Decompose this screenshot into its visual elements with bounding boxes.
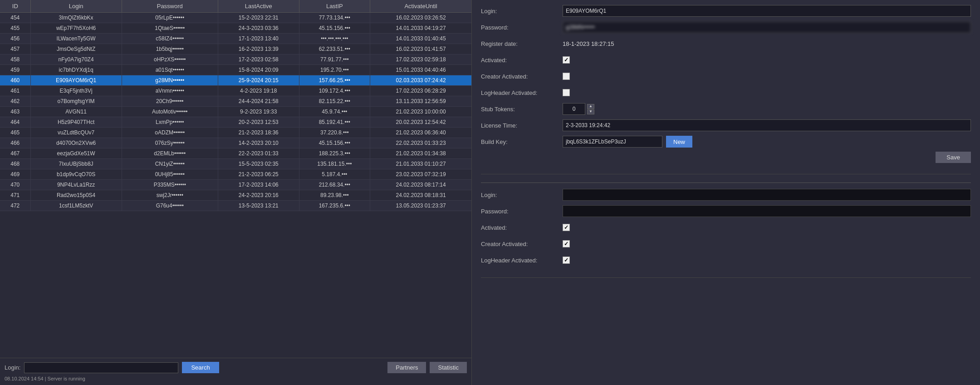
detail-stub-tokens-row: Stub Tokens: ▲ ▼ bbox=[481, 103, 971, 115]
new-login-input[interactable] bbox=[563, 189, 971, 201]
table-row[interactable]: 465vuZLdtBcQUv7oADZM••••••21-2-2023 18:3… bbox=[0, 128, 471, 138]
table-row[interactable]: 4543ImQlZt6kbKx05rLpE••••••15-2-2023 22:… bbox=[0, 13, 471, 23]
new-password-input[interactable] bbox=[563, 205, 971, 217]
detail-password-input[interactable] bbox=[563, 21, 971, 33]
new-creator-activated-row: Creator Activated: bbox=[481, 237, 971, 250]
new-creator-activated-checkbox[interactable] bbox=[563, 240, 570, 247]
table-row[interactable]: 471Rad2wo15p0S4swj2Jr••••••24-2-2023 20:… bbox=[0, 190, 471, 201]
new-activated-row: Activated: bbox=[481, 221, 971, 234]
table-row[interactable]: 461E3qF5jnth3VjaVnmn••••••4-2-2023 19:18… bbox=[0, 86, 471, 96]
detail-license-time-row: License Time: bbox=[481, 119, 971, 132]
detail-creator-activated-label: Creator Activated: bbox=[481, 73, 563, 80]
new-build-key-button[interactable]: New bbox=[666, 136, 692, 148]
build-key-group: New bbox=[563, 136, 692, 148]
table-row[interactable]: 456ILWacenTy5GWc58IZ4••••••17-1-2023 13:… bbox=[0, 34, 471, 44]
detail-build-key-label: Build Key: bbox=[481, 138, 563, 145]
detail-license-time-input[interactable] bbox=[563, 119, 971, 131]
table-row[interactable]: 462o7BomgfsgYIM20Ch9••••••24-4-2024 21:5… bbox=[0, 96, 471, 107]
table-row[interactable]: 4709NP4LvLa1RzzP335MS••••••17-2-2023 14:… bbox=[0, 180, 471, 190]
stub-tokens-up[interactable]: ▲ bbox=[587, 104, 594, 109]
new-logheader-activated-checkbox[interactable] bbox=[563, 257, 570, 264]
col-header-login: Login bbox=[30, 0, 122, 13]
table-row[interactable]: 4721csf1LM5zktVG76u4••••••13-5-2023 13:2… bbox=[0, 201, 471, 211]
user-detail-form: Login: Password: Register date: 18-1-202… bbox=[481, 5, 971, 174]
table-row[interactable]: 466d4070On2XVw6076zSy••••••14-2-2023 20:… bbox=[0, 138, 471, 148]
bottom-bar: Login: Search Partners Statistic 08.10.2… bbox=[0, 358, 471, 385]
table-row[interactable]: 458nFy0A7ig70Z4oHPzXS••••••17-2-2023 02:… bbox=[0, 54, 471, 65]
stub-tokens-control: ▲ ▼ bbox=[563, 103, 594, 115]
table-row[interactable]: 4687IxuUBjSbb8JCN1yiZ••••••15-5-2023 02:… bbox=[0, 159, 471, 169]
statistic-button[interactable]: Statistic bbox=[430, 362, 467, 373]
save-row: Save bbox=[481, 152, 971, 163]
detail-logheader-activated-row: LogHeader Activated: bbox=[481, 86, 971, 99]
new-activated-label: Activated: bbox=[481, 224, 563, 231]
users-table: ID Login Password LastActive LastIP Acti… bbox=[0, 0, 471, 211]
save-button[interactable]: Save bbox=[936, 152, 971, 163]
table-row[interactable]: 467eezjaGdXe51Wd2EMLb••••••22-2-2023 01:… bbox=[0, 148, 471, 159]
new-login-row: Login: bbox=[481, 188, 971, 201]
new-password-label: Password: bbox=[481, 208, 563, 215]
detail-password-label: Password: bbox=[481, 24, 563, 31]
detail-activated-checkbox[interactable] bbox=[563, 56, 570, 64]
detail-logheader-activated-label: LogHeader Activated: bbox=[481, 89, 563, 96]
new-login-label: Login: bbox=[481, 192, 563, 198]
col-header-lastactive: LastActive bbox=[218, 0, 299, 13]
detail-regdate-label: Register date: bbox=[481, 40, 563, 47]
table-row[interactable]: 464H5z9P407THctLxmPp••••••20-2-2023 12:5… bbox=[0, 117, 471, 128]
table-row[interactable]: 469b1dp9vCqO70S0UHj85••••••21-2-2023 06:… bbox=[0, 169, 471, 180]
search-button[interactable]: Search bbox=[182, 362, 219, 373]
login-filter-input[interactable] bbox=[24, 362, 178, 373]
table-row[interactable]: 463AVGN11AutoMotiv••••••9-2-2023 19:3345… bbox=[0, 107, 471, 117]
detail-login-label: Login: bbox=[481, 8, 563, 15]
table-row[interactable]: 459ic7bhDYXdj1qa01Sqt••••••15-8-2024 20:… bbox=[0, 65, 471, 75]
new-user-form: Login: Password: Activated: Creator Acti… bbox=[481, 188, 971, 278]
new-activated-checkbox[interactable] bbox=[563, 224, 570, 231]
table-row[interactable]: 457JmsOeSg5dNtZ1b5bqj••••••16-2-2023 13:… bbox=[0, 44, 471, 54]
table-row[interactable]: 455wEp7F7h5XoH61QtaeS••••••24-3-2023 03:… bbox=[0, 23, 471, 34]
new-logheader-activated-row: LogHeader Activated: bbox=[481, 254, 971, 267]
users-table-container[interactable]: ID Login Password LastActive LastIP Acti… bbox=[0, 0, 471, 358]
col-header-lastip: LastIP bbox=[299, 0, 370, 13]
new-creator-activated-label: Creator Activated: bbox=[481, 241, 563, 247]
detail-creator-activated-checkbox[interactable] bbox=[563, 73, 570, 80]
new-password-row: Password: bbox=[481, 205, 971, 217]
detail-activated-row: Activated: bbox=[481, 54, 971, 66]
detail-creator-activated-row: Creator Activated: bbox=[481, 70, 971, 83]
detail-logheader-activated-checkbox[interactable] bbox=[563, 89, 570, 96]
new-logheader-activated-label: LogHeader Activated: bbox=[481, 257, 563, 264]
col-header-password: Password bbox=[122, 0, 218, 13]
detail-build-key-row: Build Key: New bbox=[481, 135, 971, 148]
col-header-activateuntil: ActivateUntil bbox=[370, 0, 471, 13]
detail-regdate-row: Register date: 18-1-2023 18:27:15 bbox=[481, 37, 971, 50]
partners-button[interactable]: Partners bbox=[387, 362, 426, 373]
stub-tokens-down[interactable]: ▼ bbox=[587, 109, 594, 114]
detail-login-row: Login: bbox=[481, 5, 971, 17]
detail-stub-tokens-label: Stub Tokens: bbox=[481, 106, 563, 113]
col-header-id: ID bbox=[0, 0, 30, 13]
right-panel: Login: Password: Register date: 18-1-202… bbox=[472, 0, 980, 385]
detail-activated-label: Activated: bbox=[481, 57, 563, 64]
detail-regdate-value: 18-1-2023 18:27:15 bbox=[563, 40, 971, 47]
build-key-input[interactable] bbox=[563, 136, 662, 148]
detail-password-row: Password: bbox=[481, 21, 971, 34]
detail-license-time-label: License Time: bbox=[481, 122, 563, 129]
divider bbox=[481, 183, 971, 183]
login-filter-label: Login: bbox=[5, 364, 20, 371]
table-row[interactable]: 460E909AYOM6rQ1g28MN••••••25-9-2024 20:1… bbox=[0, 75, 471, 86]
stub-tokens-spinner: ▲ ▼ bbox=[587, 104, 594, 114]
status-bar: 08.10.2024 14:54 | Server is running bbox=[5, 375, 467, 381]
stub-tokens-input[interactable] bbox=[563, 103, 585, 115]
detail-login-input[interactable] bbox=[563, 5, 971, 17]
